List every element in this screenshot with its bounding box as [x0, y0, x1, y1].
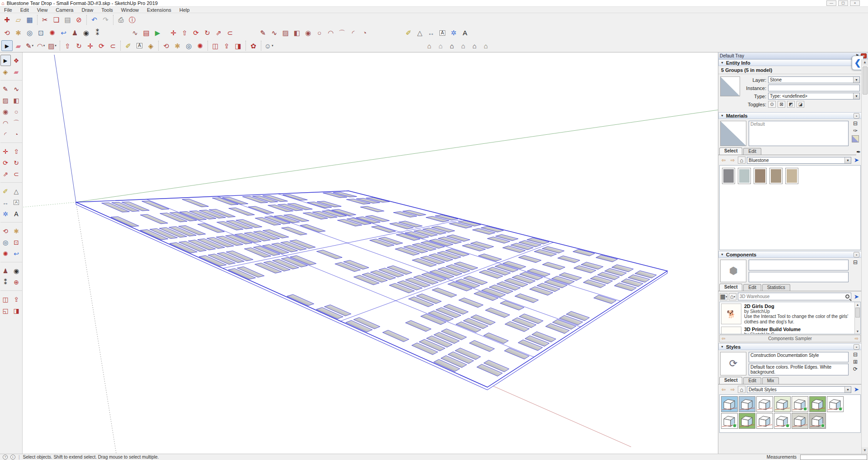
menu-edit[interactable]: Edit [16, 7, 33, 13]
layer-dropdown[interactable]: Stone ▼ [768, 76, 860, 83]
create-style-icon[interactable]: ⊞ [853, 359, 858, 365]
lock-toggle-icon[interactable]: ⊠ [778, 101, 785, 108]
close-button[interactable]: × [850, 0, 860, 6]
scroll-up-icon[interactable]: ▲ [855, 302, 860, 307]
3d-text-button[interactable]: A [11, 208, 22, 219]
details-arrow-icon[interactable]: ➤ [853, 386, 860, 393]
zoom-extents-button[interactable]: ✺ [194, 40, 206, 51]
view-back-button[interactable]: ⌂ [469, 40, 480, 51]
chevron-down-icon[interactable]: ▼ [853, 93, 859, 99]
style-thumbnail-6[interactable] [809, 396, 826, 412]
copy-button[interactable]: ❏ [51, 14, 62, 25]
component-thumbnail[interactable]: 🐕 [721, 304, 741, 324]
axes-button[interactable]: ✲ [0, 208, 11, 219]
position-camera-button[interactable]: ♟ [69, 28, 80, 38]
component-name[interactable]: 2D Girls Dog [744, 304, 854, 309]
chevron-down-icon[interactable]: ▾ [55, 44, 57, 47]
component-thumbnail[interactable]: ◻ [721, 327, 741, 334]
pan-button[interactable]: ✱ [13, 28, 24, 38]
menu-extensions[interactable]: Extensions [143, 7, 175, 13]
collapse-triangle-icon[interactable]: ▼ [721, 114, 724, 117]
receive-shadows-toggle-icon[interactable]: ◩ [787, 101, 795, 108]
arc-button[interactable]: ◠ [325, 28, 336, 38]
paint-jar-icon[interactable]: ✑ [853, 128, 858, 133]
look-around-button[interactable]: ◉ [80, 28, 92, 38]
circle-button[interactable]: ◉ [302, 28, 314, 38]
measurements-input[interactable] [800, 455, 867, 460]
zoom-button[interactable]: ◎ [24, 28, 35, 38]
component-list-item[interactable]: ◻3D Printer Build Volumeby SketchUp C [720, 325, 860, 334]
style-thumbnail-11[interactable] [774, 413, 791, 429]
chevron-down-icon[interactable]: ▼ [844, 157, 851, 163]
minimize-button[interactable]: — [826, 0, 836, 6]
freehand-button[interactable]: ∿ [11, 83, 22, 95]
look-around-button[interactable]: ◉ [11, 265, 22, 276]
collapse-triangle-icon[interactable]: ▼ [721, 253, 724, 256]
styles-close-icon[interactable]: × [854, 344, 859, 350]
zoom-extents-button[interactable]: ✺ [47, 28, 58, 38]
instance-field[interactable] [768, 85, 860, 91]
collapse-triangle-icon[interactable]: ▼ [721, 61, 724, 64]
bluestone-swatch-1[interactable] [722, 168, 735, 184]
secondary-pane-icon[interactable]: ⊟ [853, 352, 858, 357]
follow-me-button[interactable]: ↻ [11, 157, 22, 168]
component-list-item[interactable]: 🐕2D Girls Dogby SketchUpUse the Interact… [720, 302, 860, 325]
three-point-arc-button[interactable]: ◜ [348, 28, 359, 38]
view-top-button[interactable]: ⌂ [435, 40, 446, 51]
share-component-button[interactable]: ◱ [0, 305, 11, 316]
3d-text-button[interactable]: A [459, 28, 471, 38]
scroll-thumb[interactable] [863, 66, 868, 95]
scroll-up-icon[interactable]: ▲ [862, 59, 868, 66]
details-arrow-icon[interactable]: ➤ [853, 293, 860, 300]
layout-button[interactable]: ✿ [248, 40, 259, 51]
rotated-rectangle-button[interactable]: ◧ [291, 28, 302, 38]
rectangle-button[interactable]: ▨ [280, 28, 291, 38]
move-button[interactable]: ✛ [0, 146, 11, 157]
eraser-button[interactable]: ▰ [13, 40, 24, 51]
style-thumbnail-10[interactable] [756, 413, 773, 429]
push-pull-button[interactable]: ⇧ [11, 146, 22, 157]
back-arrow-icon[interactable]: ⇦ [720, 156, 727, 164]
chevron-down-icon[interactable]: ▾ [43, 44, 45, 47]
tape-measure-button[interactable]: ✐ [403, 28, 414, 38]
menu-tools[interactable]: Tools [97, 7, 117, 13]
orbit-button[interactable]: ⟲ [1, 28, 13, 38]
account-button[interactable]: ☺▾ [263, 40, 274, 51]
offset-button[interactable]: ⊂ [11, 168, 22, 180]
select-button[interactable]: ► [1, 40, 13, 51]
export-button[interactable]: ▶ [152, 28, 163, 38]
menu-view[interactable]: View [33, 7, 52, 13]
axes-button[interactable]: ✲ [448, 28, 459, 38]
forward-arrow-icon[interactable]: ⇨ [729, 156, 736, 164]
entity-info-header[interactable]: ▼ Entity Info × [718, 59, 862, 66]
pie-button[interactable]: ◔ [359, 28, 370, 38]
update-style-icon[interactable]: ⟳ [853, 366, 858, 372]
maximize-button[interactable]: ▢ [838, 0, 848, 6]
components-tab-edit[interactable]: Edit [743, 284, 761, 291]
materials-tab-select[interactable]: Select [719, 147, 742, 155]
protractor-button[interactable]: △ [414, 28, 425, 38]
materials-header[interactable]: ▼ Materials × [718, 112, 862, 119]
styles-tab-mix[interactable]: Mix [762, 377, 779, 384]
details-arrow-icon[interactable]: ➤ [853, 156, 860, 164]
components-list[interactable]: 🐕2D Girls Dogby SketchUpUse the Interact… [719, 302, 861, 334]
search-icon[interactable] [845, 294, 849, 299]
style-thumbnail-4[interactable] [774, 396, 791, 412]
two-point-arc-button[interactable]: ⌒ [11, 117, 22, 128]
style-thumbnail-2[interactable] [739, 396, 755, 412]
secondary-pane-icon[interactable]: ⊟ [853, 121, 858, 126]
save-button[interactable]: ▦ [24, 14, 35, 25]
paste-button[interactable]: ▤ [62, 14, 73, 25]
bluestone-swatch-4[interactable] [769, 168, 783, 184]
view-iso-button[interactable]: ⌂ [424, 40, 435, 51]
model-info-button[interactable]: ⓘ [127, 14, 138, 25]
make-component-button[interactable]: ❖ [11, 55, 22, 66]
style-thumbnail-1[interactable] [721, 396, 738, 412]
three-point-arc-button[interactable]: ◜ [0, 128, 11, 140]
line-button[interactable]: ✎ [257, 28, 269, 38]
text-button[interactable]: A [134, 40, 145, 51]
style-thumbnail-13[interactable] [809, 413, 826, 429]
menu-help[interactable]: Help [175, 7, 194, 13]
curve-tool-button[interactable]: ∿ [129, 28, 141, 38]
chevron-down-icon[interactable]: ▾ [32, 44, 34, 47]
